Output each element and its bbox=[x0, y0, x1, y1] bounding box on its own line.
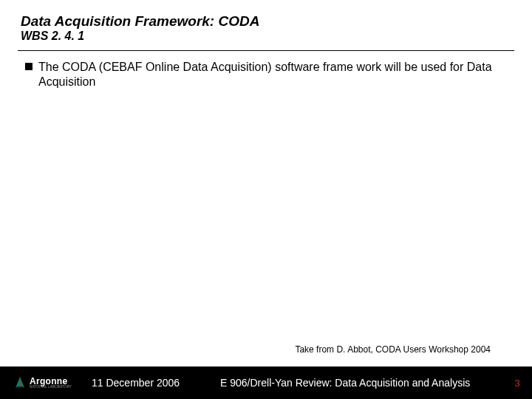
footer-title: E 906/Drell-Yan Review: Data Acquisition… bbox=[214, 377, 502, 389]
bullet-text: The CODA (CEBAF Online Data Acquisition)… bbox=[38, 60, 514, 89]
logo-sub: NATIONAL LABORATORY bbox=[30, 386, 72, 389]
attribution-text: Take from D. Abbot, CODA Users Workshop … bbox=[295, 344, 491, 355]
bullet-item: The CODA (CEBAF Online Data Acquisition)… bbox=[25, 60, 514, 89]
slide-subtitle: WBS 2. 4. 1 bbox=[21, 30, 532, 43]
footer-date: 11 December 2006 bbox=[89, 377, 214, 389]
slide-content: The CODA (CEBAF Online Data Acquisition)… bbox=[0, 51, 532, 89]
square-bullet-icon bbox=[25, 63, 33, 70]
argonne-logo: Argonne NATIONAL LABORATORY bbox=[0, 376, 89, 389]
slide-title: Data Acquisition Framework: CODA bbox=[21, 13, 532, 30]
logo-name: Argonne bbox=[30, 377, 72, 386]
slide: Data Acquisition Framework: CODA WBS 2. … bbox=[0, 0, 532, 399]
footer-page-number: 3 bbox=[502, 378, 532, 389]
argonne-logo-icon bbox=[13, 376, 27, 389]
slide-footer: Argonne NATIONAL LABORATORY 11 December … bbox=[0, 366, 532, 399]
slide-header: Data Acquisition Framework: CODA WBS 2. … bbox=[0, 0, 532, 46]
argonne-logo-text: Argonne NATIONAL LABORATORY bbox=[30, 377, 72, 389]
